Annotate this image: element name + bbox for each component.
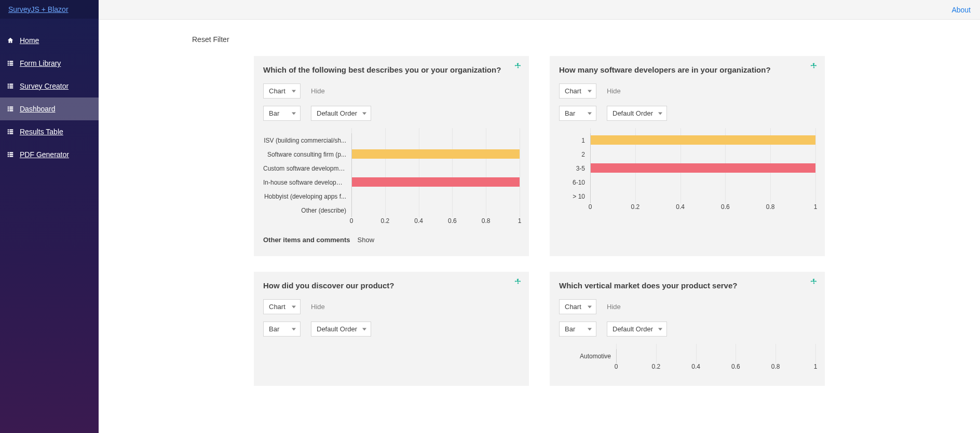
svg-rect-19 xyxy=(8,131,9,132)
bar-area xyxy=(351,189,520,203)
bar xyxy=(352,177,520,187)
svg-rect-2 xyxy=(8,64,9,65)
svg-rect-20 xyxy=(8,133,9,134)
nav: HomeForm LibrarySurvey CreatorDashboardR… xyxy=(0,19,99,166)
other-items-label: Other items and comments xyxy=(263,236,350,244)
hide-button[interactable]: Hide xyxy=(607,303,621,311)
sidebar-item-pdf-generator[interactable]: PDF Generator xyxy=(0,143,99,166)
view-type-select[interactable]: Chart xyxy=(559,299,596,314)
svg-rect-15 xyxy=(9,106,13,107)
svg-rect-29 xyxy=(9,156,13,157)
bar xyxy=(591,135,815,145)
order-select[interactable]: Default Order xyxy=(311,106,371,121)
category-label: > 10 xyxy=(559,193,590,200)
list-icon xyxy=(6,59,15,67)
svg-rect-26 xyxy=(8,156,9,157)
chart-row: Automotive xyxy=(559,349,815,363)
chart-type-select[interactable]: Bar xyxy=(263,106,301,121)
sidebar-item-home[interactable]: Home xyxy=(0,29,99,52)
move-icon[interactable] xyxy=(514,62,522,71)
svg-rect-7 xyxy=(8,86,9,87)
chart-row: Hobbyist (developing apps f... xyxy=(263,189,520,203)
reset-filter-button[interactable]: Reset Filter xyxy=(192,35,959,44)
svg-rect-22 xyxy=(9,131,13,132)
view-type-select[interactable]: Chart xyxy=(559,83,596,99)
chart-type-select[interactable]: Bar xyxy=(263,322,301,337)
chart-panel: Which of the following best describes yo… xyxy=(254,56,529,256)
chart-panel: How did you discover our product?ChartHi… xyxy=(254,272,529,386)
svg-rect-25 xyxy=(8,154,9,155)
svg-rect-5 xyxy=(9,64,13,65)
tick-label: 0.8 xyxy=(482,217,491,225)
sidebar-item-form-library[interactable]: Form Library xyxy=(0,52,99,75)
tick-label: 1 xyxy=(814,203,818,211)
panel-title: How many software developers are in your… xyxy=(559,65,815,74)
view-type-select[interactable]: Chart xyxy=(263,83,301,99)
view-type-select[interactable]: Chart xyxy=(263,299,301,314)
tick-label: 1 xyxy=(518,217,522,225)
svg-rect-27 xyxy=(9,152,13,153)
hide-button[interactable]: Hide xyxy=(311,303,325,311)
svg-rect-6 xyxy=(8,83,9,85)
order-select[interactable]: Default Order xyxy=(607,106,667,121)
sidebar-item-survey-creator[interactable]: Survey Creator xyxy=(0,75,99,97)
bar-area xyxy=(590,175,815,189)
content: Reset Filter Which of the following best… xyxy=(99,20,980,401)
tick-label: 0.6 xyxy=(448,217,457,225)
category-label: 2 xyxy=(559,151,590,158)
sidebar-item-results-table[interactable]: Results Table xyxy=(0,120,99,143)
sidebar-item-label: Dashboard xyxy=(20,105,56,113)
svg-rect-8 xyxy=(8,87,9,88)
move-icon[interactable] xyxy=(810,62,818,71)
svg-rect-4 xyxy=(9,63,13,64)
chart-type-select[interactable]: Bar xyxy=(559,106,596,121)
category-label: 1 xyxy=(559,137,590,144)
panel-title: Which of the following best describes yo… xyxy=(263,65,520,74)
category-label: Hobbyist (developing apps f... xyxy=(263,193,351,200)
chart-plot: Automotive00.20.40.60.81 xyxy=(559,344,815,373)
svg-rect-10 xyxy=(9,86,13,87)
tick-label: 0.2 xyxy=(631,203,639,211)
sidebar-item-label: Results Table xyxy=(20,128,63,136)
tick-label: 0.4 xyxy=(676,203,685,211)
svg-rect-3 xyxy=(9,61,13,62)
bar-area xyxy=(590,147,815,161)
order-select[interactable]: Default Order xyxy=(607,322,667,337)
order-select[interactable]: Default Order xyxy=(311,322,371,337)
tick-label: 0.6 xyxy=(721,203,730,211)
tick-label: 0.2 xyxy=(651,363,660,370)
hide-button[interactable]: Hide xyxy=(607,87,621,95)
topbar: About xyxy=(99,0,980,20)
tick-label: 0 xyxy=(350,217,353,225)
tick-label: 0.4 xyxy=(691,363,700,370)
hide-button[interactable]: Hide xyxy=(311,87,325,95)
bar-area xyxy=(351,175,520,189)
category-label: 3-5 xyxy=(559,165,590,172)
home-icon xyxy=(6,36,15,45)
tick-label: 0.8 xyxy=(766,203,775,211)
chart-type-select[interactable]: Bar xyxy=(559,322,596,337)
svg-rect-23 xyxy=(9,133,13,134)
chart-plot: ISV (building commercial/sh...Software c… xyxy=(263,128,520,228)
move-icon[interactable] xyxy=(810,278,818,287)
about-link[interactable]: About xyxy=(951,6,971,14)
svg-rect-16 xyxy=(9,108,13,109)
chart-row: 1 xyxy=(559,133,815,147)
show-button[interactable]: Show xyxy=(358,236,375,244)
list-icon xyxy=(6,82,15,90)
chart-row: Software consulting firm (p... xyxy=(263,147,520,161)
svg-rect-17 xyxy=(9,110,13,111)
category-label: Software consulting firm (p... xyxy=(263,151,351,158)
tick-label: 0.2 xyxy=(380,217,389,225)
bar xyxy=(352,149,520,159)
panel-title: Which vertical market does your product … xyxy=(559,281,815,290)
category-label: Custom software development... xyxy=(263,165,351,172)
brand-link[interactable]: SurveyJS + Blazor xyxy=(0,0,99,19)
sidebar-item-dashboard[interactable]: Dashboard xyxy=(0,97,99,120)
svg-rect-14 xyxy=(8,110,9,111)
move-icon[interactable] xyxy=(514,278,522,287)
x-axis: 00.20.40.60.81 xyxy=(590,203,815,214)
tick-label: 0 xyxy=(589,203,592,211)
tick-label: 0.6 xyxy=(731,363,740,370)
chart-panel: How many software developers are in your… xyxy=(550,56,825,256)
